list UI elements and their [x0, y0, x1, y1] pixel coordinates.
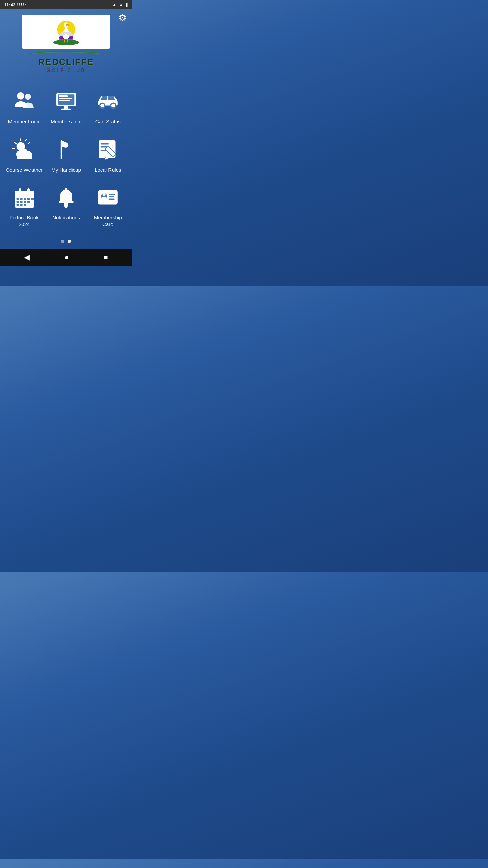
back-button[interactable]: ◀ [24, 253, 30, 262]
battery-icon: ▮ [125, 2, 128, 7]
svg-rect-57 [20, 201, 22, 203]
svg-point-9 [66, 23, 67, 24]
svg-rect-61 [20, 204, 22, 206]
svg-rect-54 [27, 198, 30, 200]
members-info-icon [53, 88, 80, 115]
notification-icons: !!!! • [17, 3, 26, 7]
club-name-sub: GOLF CLUB [38, 67, 94, 73]
status-bar: 11:43 !!!! • ▲ ▲ ▮ [0, 0, 132, 9]
svg-rect-66 [98, 190, 118, 204]
course-weather-label: Course Weather [6, 166, 43, 173]
svg-rect-56 [16, 201, 19, 203]
notifications-icon [53, 184, 80, 211]
home-button[interactable]: ● [64, 253, 69, 262]
notifications-button[interactable]: Notifications [45, 178, 87, 233]
cart-status-icon [94, 88, 121, 115]
cart-status-label: Cart Status [95, 118, 121, 125]
header: REDCLIFFE GOLF CLUB [0, 9, 132, 76]
svg-rect-20 [59, 100, 69, 101]
my-handicap-button[interactable]: My Handicap [45, 131, 87, 179]
settings-button[interactable]: ⚙ [118, 12, 127, 23]
svg-line-29 [15, 142, 16, 144]
svg-rect-21 [64, 106, 68, 108]
svg-rect-55 [31, 198, 33, 200]
svg-rect-69 [109, 194, 115, 195]
svg-line-32 [28, 142, 29, 144]
svg-point-14 [17, 92, 24, 100]
svg-point-3 [53, 40, 79, 45]
svg-rect-44 [101, 146, 107, 148]
club-name: REDCLIFFE GOLF CLUB [38, 57, 94, 73]
my-handicap-icon [53, 136, 80, 163]
svg-point-8 [66, 25, 70, 27]
members-info-button[interactable]: Members Info [45, 82, 87, 131]
signal-icon: ▲ [119, 2, 123, 7]
svg-line-31 [25, 139, 26, 141]
svg-rect-51 [16, 198, 19, 200]
logo-box [22, 15, 110, 49]
membership-card-button[interactable]: Membership Card [87, 178, 129, 233]
recent-button[interactable]: ■ [104, 253, 108, 262]
my-handicap-label: My Handicap [51, 166, 81, 173]
member-login-button[interactable]: Member Login [3, 82, 45, 131]
svg-rect-37 [17, 153, 32, 158]
system-icons: ▲ ▲ ▮ [112, 2, 128, 7]
svg-rect-48 [15, 194, 34, 196]
logo-image [43, 17, 89, 47]
membership-card-icon [94, 184, 121, 211]
notifications-label: Notifications [52, 214, 80, 221]
svg-rect-49 [19, 188, 21, 193]
page-dot-2[interactable] [68, 240, 71, 243]
club-name-main: REDCLIFFE [38, 57, 94, 67]
fixture-book-icon [11, 184, 38, 211]
svg-point-65 [64, 204, 68, 208]
svg-rect-70 [109, 196, 114, 197]
svg-rect-60 [16, 204, 19, 206]
members-info-label: Members Info [50, 118, 82, 125]
svg-point-15 [25, 94, 31, 100]
local-rules-label: Local Rules [95, 166, 121, 173]
fixture-book-button[interactable]: Fixture Book 2024 [3, 178, 45, 233]
member-login-icon [11, 88, 38, 115]
course-weather-button[interactable]: Course Weather [3, 131, 45, 179]
fixture-book-label: Fixture Book 2024 [5, 214, 43, 228]
svg-rect-43 [101, 143, 109, 145]
local-rules-button[interactable]: Local Rules [87, 131, 129, 179]
svg-rect-71 [109, 199, 115, 200]
wifi-icon: ▲ [112, 2, 117, 7]
svg-rect-18 [59, 95, 68, 97]
svg-rect-52 [20, 198, 22, 200]
svg-rect-62 [24, 204, 26, 206]
svg-point-27 [111, 104, 115, 107]
svg-rect-22 [61, 108, 71, 110]
arc-decoration [25, 49, 107, 55]
membership-card-label: Membership Card [89, 214, 127, 228]
bottom-navigation: ◀ ● ■ [0, 249, 132, 266]
local-rules-icon [94, 136, 121, 163]
svg-point-25 [101, 104, 104, 107]
pagination [0, 233, 132, 249]
svg-rect-45 [101, 150, 106, 151]
time: 11:43 [4, 2, 15, 7]
svg-rect-59 [27, 201, 30, 203]
main-grid: Member Login Members Info [0, 76, 132, 233]
svg-rect-58 [24, 201, 26, 203]
svg-rect-53 [24, 198, 26, 200]
svg-rect-50 [27, 188, 30, 193]
cart-status-button[interactable]: Cart Status [87, 82, 129, 131]
course-weather-icon [11, 136, 38, 163]
svg-rect-63 [59, 201, 73, 203]
svg-rect-19 [59, 98, 72, 99]
member-login-label: Member Login [8, 118, 41, 125]
page-dot-1[interactable] [61, 240, 64, 243]
svg-rect-38 [61, 140, 62, 159]
svg-point-68 [103, 193, 106, 196]
